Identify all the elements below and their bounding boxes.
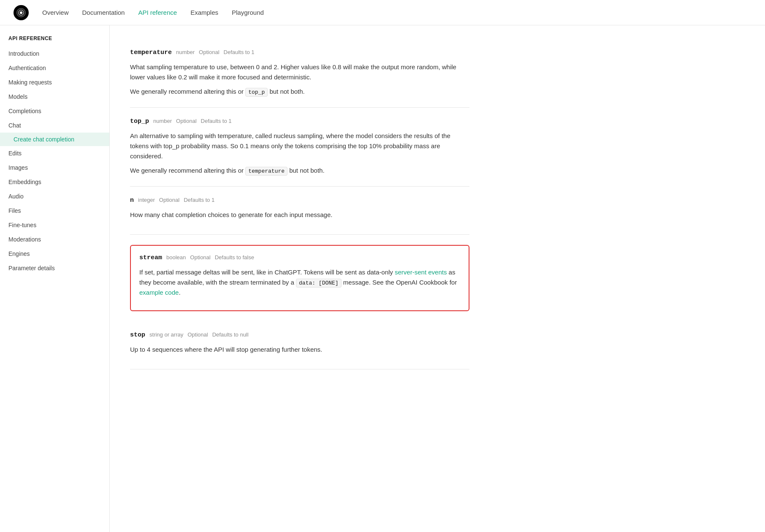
param-temperature-type: number xyxy=(176,49,195,55)
sidebar-item-audio[interactable]: Audio xyxy=(0,189,109,204)
nav-examples[interactable]: Examples xyxy=(190,9,218,16)
param-top-p-type: number xyxy=(153,118,172,124)
param-n-name: n xyxy=(130,197,134,204)
sidebar-item-images[interactable]: Images xyxy=(0,160,109,175)
param-stream-code1: data: [DONE] xyxy=(296,279,342,288)
server-sent-events-link[interactable]: server-sent events xyxy=(395,269,447,276)
param-top-p: top_p number Optional Defaults to 1 An a… xyxy=(130,108,469,187)
nav-api-reference[interactable]: API reference xyxy=(138,9,177,16)
sidebar-item-parameter-details[interactable]: Parameter details xyxy=(0,261,109,275)
param-stream-desc-part3: message. See the OpenAI Cookbook for xyxy=(343,279,457,286)
header: Overview Documentation API reference Exa… xyxy=(0,0,765,25)
param-stop-desc: Up to 4 sequences where the API will sto… xyxy=(130,345,469,355)
param-temperature-default: Defaults to 1 xyxy=(224,49,255,55)
sidebar-item-edits[interactable]: Edits xyxy=(0,146,109,160)
header-nav: Overview Documentation API reference Exa… xyxy=(42,9,264,16)
example-code-link[interactable]: example code xyxy=(139,289,179,296)
param-n-type: integer xyxy=(138,197,155,203)
sidebar: API REFERENCE Introduction Authenticatio… xyxy=(0,25,110,532)
param-top-p-note: We generally recommend altering this or … xyxy=(130,166,469,176)
param-stream-type: boolean xyxy=(166,254,186,261)
param-stop: stop string or array Optional Defaults t… xyxy=(130,321,469,369)
param-temperature-note-code: top_p xyxy=(245,88,268,97)
param-top-p-header: top_p number Optional Defaults to 1 xyxy=(130,118,469,125)
param-n: n integer Optional Defaults to 1 How man… xyxy=(130,187,469,235)
svg-point-1 xyxy=(20,11,22,14)
sidebar-item-files[interactable]: Files xyxy=(0,204,109,218)
param-stream-highlighted: stream boolean Optional Defaults to fals… xyxy=(130,245,469,312)
nav-documentation[interactable]: Documentation xyxy=(82,9,125,16)
param-n-optional: Optional xyxy=(159,197,179,203)
param-stream-default: Defaults to false xyxy=(215,254,254,261)
nav-overview[interactable]: Overview xyxy=(42,9,69,16)
param-temperature-note: We generally recommend altering this or … xyxy=(130,87,469,97)
param-stream-desc-part4: . xyxy=(179,289,180,296)
sidebar-section-title: API REFERENCE xyxy=(0,35,109,46)
param-temperature-name: temperature xyxy=(130,49,172,56)
param-stop-name: stop xyxy=(130,331,145,339)
sidebar-item-moderations[interactable]: Moderations xyxy=(0,232,109,247)
param-stop-type: string or array xyxy=(149,331,183,338)
sidebar-item-create-chat-completion[interactable]: Create chat completion xyxy=(0,133,109,146)
param-top-p-default: Defaults to 1 xyxy=(201,118,232,124)
param-top-p-name: top_p xyxy=(130,118,149,125)
main-content: temperature number Optional Defaults to … xyxy=(110,25,490,532)
layout: API REFERENCE Introduction Authenticatio… xyxy=(0,25,765,532)
param-temperature-header: temperature number Optional Defaults to … xyxy=(130,49,469,56)
param-temperature-optional: Optional xyxy=(199,49,219,55)
nav-playground[interactable]: Playground xyxy=(232,9,264,16)
param-top-p-note-code: temperature xyxy=(245,167,288,176)
sidebar-item-making-requests[interactable]: Making requests xyxy=(0,75,109,90)
sidebar-item-models[interactable]: Models xyxy=(0,90,109,104)
param-n-header: n integer Optional Defaults to 1 xyxy=(130,197,469,204)
logo[interactable] xyxy=(14,5,29,20)
param-temperature: temperature number Optional Defaults to … xyxy=(130,39,469,108)
sidebar-item-embeddings[interactable]: Embeddings xyxy=(0,175,109,189)
sidebar-item-chat[interactable]: Chat xyxy=(0,118,109,133)
param-stop-optional: Optional xyxy=(187,331,208,338)
param-n-desc: How many chat completion choices to gene… xyxy=(130,210,469,220)
param-temperature-desc: What sampling temperature to use, betwee… xyxy=(130,62,469,82)
param-top-p-desc: An alternative to sampling with temperat… xyxy=(130,131,469,161)
sidebar-item-authentication[interactable]: Authentication xyxy=(0,61,109,75)
sidebar-item-engines[interactable]: Engines xyxy=(0,247,109,261)
sidebar-item-introduction[interactable]: Introduction xyxy=(0,46,109,61)
param-stream-header: stream boolean Optional Defaults to fals… xyxy=(139,254,460,261)
param-stream-optional: Optional xyxy=(190,254,210,261)
param-stop-header: stop string or array Optional Defaults t… xyxy=(130,331,469,339)
param-top-p-optional: Optional xyxy=(176,118,196,124)
param-stop-default: Defaults to null xyxy=(212,331,249,338)
param-stream-name: stream xyxy=(139,254,162,261)
param-stream-desc: If set, partial message deltas will be s… xyxy=(139,267,460,298)
param-stream-desc-part1: If set, partial message deltas will be s… xyxy=(139,269,393,276)
sidebar-item-completions[interactable]: Completions xyxy=(0,104,109,118)
param-n-default: Defaults to 1 xyxy=(184,197,214,203)
sidebar-item-fine-tunes[interactable]: Fine-tunes xyxy=(0,218,109,232)
